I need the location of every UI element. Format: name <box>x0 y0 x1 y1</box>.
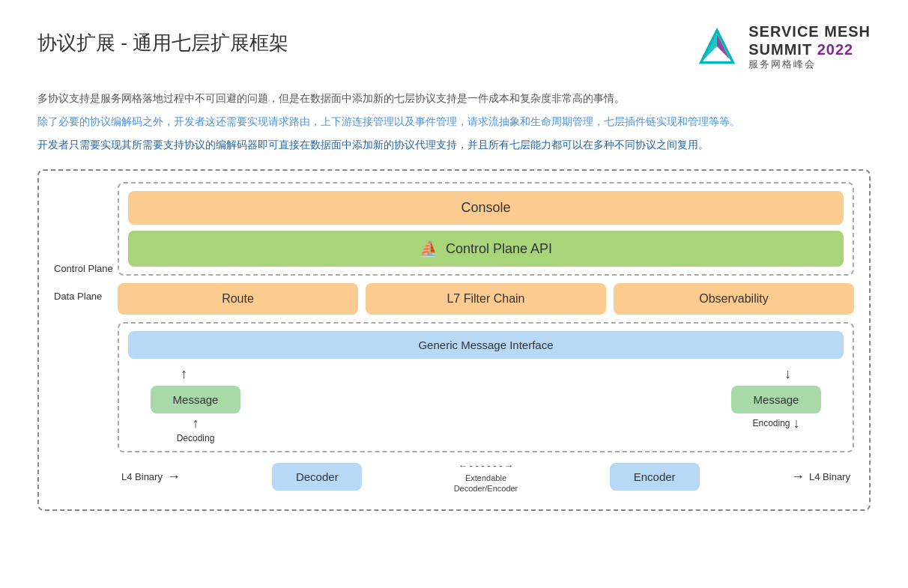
dp-top-row: Route L7 Filter Chain Observability <box>118 283 854 315</box>
gmi-box: Generic Message Interface <box>128 331 844 359</box>
route-box: Route <box>118 283 358 315</box>
encoding-down-arrow: ↓ <box>793 416 800 430</box>
left-message-col: Message ↑ Decoding <box>151 386 240 443</box>
description-2: 除了必要的协议编解码之外，开发者这还需要实现请求路由，上下游连接管理以及事件管理… <box>37 112 871 131</box>
right-message-col: Message Encoding ↓ <box>731 386 821 430</box>
gmi-arrows-row: ↑ ↓ <box>128 366 844 382</box>
l4-binary-right: → L4 Binary <box>791 469 850 485</box>
decoder-box: Decoder <box>272 463 362 491</box>
control-plane-label: Control Plane <box>54 263 118 276</box>
l4-binary-left-label: L4 Binary <box>121 471 163 482</box>
observability-box: Observability <box>614 283 854 315</box>
header: 协议扩展 - 通用七层扩展框架 SERVICE MESH SUMMIT 2022… <box>37 22 871 70</box>
control-plane-boxes: Console ⛵ Control Plane API <box>118 182 854 276</box>
encoding-label: Encoding <box>752 418 790 428</box>
gmi-wrapper: Generic Message Interface ↑ ↓ Message ↑ … <box>118 322 854 452</box>
logo-area: SERVICE MESH SUMMIT 2022 服务网格峰会 <box>694 22 871 70</box>
encoding-row: Encoding ↓ <box>752 416 799 430</box>
data-plane-boxes: Route L7 Filter Chain Observability Gene… <box>118 283 854 494</box>
logo-year: 2022 <box>817 41 854 58</box>
logo-icon <box>694 24 739 69</box>
description-3: 开发者只需要实现其所需要支持协议的编解码器即可直接在数据面中添加新的协议代理支持… <box>37 136 871 154</box>
logo-summit-text: SUMMIT 2022 <box>748 40 871 58</box>
logo-main-text: SERVICE MESH <box>748 22 871 40</box>
up-arrow-left: ↑ <box>181 366 187 382</box>
page-title: 协议扩展 - 通用七层扩展框架 <box>37 30 288 56</box>
l4-binary-right-label: L4 Binary <box>809 471 850 482</box>
control-plane-section: Control Plane Console ⛵ Control Plane AP… <box>54 182 854 276</box>
decoding-up-arrow: ↑ <box>193 416 199 430</box>
page-container: 协议扩展 - 通用七层扩展框架 SERVICE MESH SUMMIT 2022… <box>0 0 908 588</box>
left-message-box: Message <box>151 386 240 413</box>
dashed-arrow-line: ← - - - - - - → <box>458 460 513 473</box>
logo-text: SERVICE MESH SUMMIT 2022 服务网格峰会 <box>748 22 871 70</box>
right-message-box: Message <box>731 386 821 413</box>
console-box: Console <box>128 191 844 225</box>
arrow-right-2: → <box>791 469 805 485</box>
encoder-box: Encoder <box>610 463 700 491</box>
decoding-label: Decoding <box>177 433 215 443</box>
extendable-label: ← - - - - - - → Extendable Decoder/Encod… <box>454 460 518 494</box>
l7-filter-chain-box: L7 Filter Chain <box>366 283 606 315</box>
descriptions: 多协议支持是服务网格落地过程中不可回避的问题，但是在数据面中添加新的七层协议支持… <box>37 89 871 155</box>
l4-binary-row: L4 Binary → Decoder ← - - - - - - → Exte… <box>118 460 854 494</box>
arrow-right-1: → <box>167 469 181 485</box>
control-plane-api-box: ⛵ Control Plane API <box>128 231 844 267</box>
data-plane-label: Data Plane <box>54 283 118 302</box>
data-plane-section: Data Plane Route L7 Filter Chain Observa… <box>54 283 854 494</box>
architecture-diagram: Control Plane Console ⛵ Control Plane AP… <box>37 169 871 510</box>
message-row: Message ↑ Decoding Message Encoding ↓ <box>128 386 844 443</box>
sail-icon: ⛵ <box>420 240 438 258</box>
description-1: 多协议支持是服务网格落地过程中不可回避的问题，但是在数据面中添加新的七层协议支持… <box>37 89 871 108</box>
down-arrow-right: ↓ <box>784 366 791 382</box>
l4-binary-left: L4 Binary → <box>121 469 181 485</box>
logo-sub-text: 服务网格峰会 <box>748 58 871 70</box>
